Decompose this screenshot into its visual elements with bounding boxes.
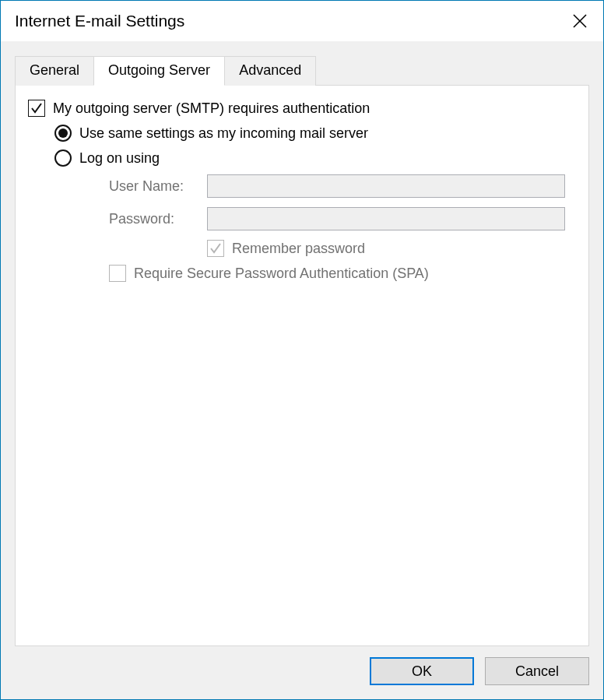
remember-row: Remember password [109,240,565,257]
remember-password-label: Remember password [232,241,365,257]
requires-auth-label: My outgoing server (SMTP) requires authe… [53,100,370,117]
tab-row: General Outgoing Server Advanced [15,56,589,86]
cancel-button[interactable]: Cancel [485,657,589,685]
dialog-body: General Outgoing Server Advanced My outg… [1,41,603,699]
close-icon[interactable] [571,12,589,30]
username-label: User Name: [109,178,207,195]
spa-row: Require Secure Password Authentication (… [109,265,565,282]
password-field[interactable] [207,207,565,230]
password-label: Password: [109,211,207,227]
option-logon-label: Log on using [79,150,160,167]
remember-password-checkbox[interactable] [207,240,224,257]
spa-label: Require Secure Password Authentication (… [134,266,429,282]
dialog-window: Internet E-mail Settings General Outgoin… [0,0,604,700]
titlebar: Internet E-mail Settings [1,1,603,41]
tab-panel-outgoing: My outgoing server (SMTP) requires authe… [15,85,589,646]
password-row: Password: [109,207,565,230]
requires-auth-row: My outgoing server (SMTP) requires authe… [26,100,578,117]
tab-outgoing-server[interactable]: Outgoing Server [93,56,225,86]
dialog-footer: OK Cancel [15,646,589,685]
dialog-title: Internet E-mail Settings [15,12,184,30]
option-logon-row: Log on using [26,149,578,167]
username-row: User Name: [109,174,565,198]
option-logon-radio[interactable] [54,149,72,167]
logon-form-block: User Name: Password: Remem [26,174,578,282]
option-same-label: Use same settings as my incoming mail se… [79,125,368,142]
option-same-row: Use same settings as my incoming mail se… [26,125,578,142]
option-same-radio[interactable] [54,125,72,142]
spa-checkbox[interactable] [109,265,126,282]
tab-general[interactable]: General [15,56,94,86]
username-field[interactable] [207,174,565,198]
ok-button[interactable]: OK [370,657,474,685]
requires-auth-checkbox[interactable] [28,100,45,117]
tab-advanced[interactable]: Advanced [224,56,316,86]
